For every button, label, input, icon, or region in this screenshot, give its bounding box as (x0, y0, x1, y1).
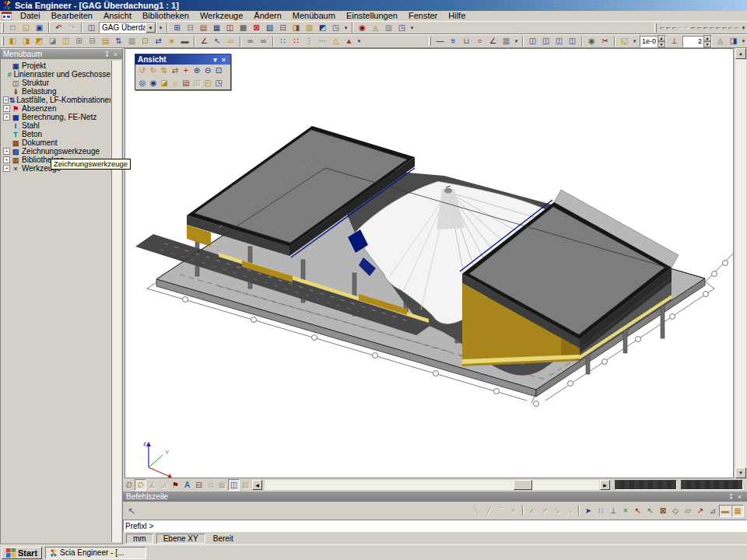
snap-mid-icon[interactable]: ↖ (644, 505, 657, 517)
toolbar-grip[interactable] (654, 23, 657, 33)
column-icon[interactable]: ⊞ (72, 36, 86, 47)
zoom-out-icon[interactable]: ⊖ (202, 65, 213, 76)
view-config-5-icon[interactable]: ⌐ (684, 22, 690, 33)
snap-end-icon[interactable]: ↖ (632, 505, 644, 517)
scale-spinner[interactable]: 1e-0 ▲▼ (640, 36, 666, 47)
menu-item[interactable]: Datei (15, 11, 46, 20)
glasses-1-icon[interactable]: ∞ (244, 36, 257, 47)
snap-ne-icon[interactable]: ↗ (538, 505, 551, 517)
opening-icon[interactable]: ⊡ (139, 36, 152, 47)
project-combobox[interactable]: GAG Überdachung1 ▾ (99, 22, 156, 33)
menu-item[interactable]: Hilfe (443, 11, 471, 20)
scroll-left-icon[interactable]: ◀ (252, 480, 262, 490)
view-config-12-icon[interactable]: ⌐ (728, 22, 734, 33)
view-config-6-icon[interactable]: ⌐ (690, 22, 696, 33)
clipboard-3-icon[interactable]: ◫ (552, 36, 566, 47)
menu-item[interactable]: Bearbeiten (46, 11, 98, 20)
snap-ortho-icon[interactable]: ◇ (669, 505, 682, 517)
line-icon[interactable]: ◨ (19, 36, 33, 47)
star-icon[interactable]: ∗ (165, 36, 178, 47)
ansicht-toolbar[interactable]: Ansicht ▾ × ↺↻⇅⇄+⊕⊖⊡ ◎◉◪☼▤▥◰◳ (135, 54, 231, 90)
taskbar-task-button[interactable]: Scia Engineer - [... (45, 547, 146, 559)
menu-item[interactable]: Menübaum (287, 11, 341, 20)
paste-view-icon[interactable]: ▥ (191, 78, 202, 89)
rotate-right-icon[interactable]: ↻ (148, 65, 159, 76)
scrollbar-thumb[interactable] (514, 480, 532, 490)
snap-peak-icon[interactable]: ∧ (526, 505, 538, 517)
snap-curve-icon[interactable]: → (563, 505, 576, 517)
dim-grid-icon[interactable]: ▥ (500, 36, 513, 47)
menu-item[interactable]: Fenster (403, 11, 443, 20)
hatch-2-icon[interactable]: ▧ (240, 479, 251, 491)
layers-2-icon[interactable]: ⋯ (316, 36, 329, 47)
doc-icon[interactable]: ◳ (395, 22, 409, 33)
close-icon[interactable]: × (111, 50, 120, 58)
expand-icon[interactable]: + (3, 105, 10, 112)
close-icon[interactable]: × (735, 492, 744, 501)
snap-arc-icon[interactable]: ⌒ (495, 505, 507, 517)
ortho-icon[interactable]: ⊥ (607, 505, 619, 517)
hatch-icon[interactable]: ▩ (237, 22, 250, 33)
activity-2-icon[interactable]: ⊟ (184, 22, 197, 33)
redo-button[interactable]: ↷ (65, 22, 79, 33)
up-icon[interactable]: △ (329, 36, 342, 47)
expand-icon[interactable]: + (3, 156, 10, 163)
close-icon[interactable]: × (219, 55, 228, 64)
vertical-scrollbar[interactable]: ▲ ▼ (735, 48, 746, 478)
rect-icon[interactable]: ◫ (59, 36, 72, 47)
slab-icon[interactable]: ▬ (178, 36, 191, 47)
dim-line-icon[interactable]: — (433, 36, 447, 47)
sidebar-item[interactable]: +▨Zeichnungswerkzeuge (2, 147, 110, 156)
polyline-icon[interactable]: ◩ (33, 36, 46, 47)
toolbar-grip[interactable] (2, 37, 4, 46)
light-icon[interactable]: ☼ (170, 78, 181, 89)
sidebar-item[interactable]: ⇓Belastung (2, 87, 110, 96)
check-icon[interactable]: ◬ (369, 22, 382, 33)
mesh-icon[interactable]: ▦ (210, 22, 223, 33)
new-button[interactable]: □ (6, 22, 19, 33)
render-icon[interactable]: ▧ (263, 22, 276, 33)
plane-cell[interactable]: Ebene XY (156, 534, 205, 544)
expand-icon[interactable]: + (3, 148, 10, 155)
snap-int-icon[interactable]: ⊠ (657, 505, 669, 517)
clip-on-icon[interactable]: ∅ (135, 479, 146, 491)
open-overflow-icon[interactable]: ▾ (631, 36, 638, 47)
snap-grid2-icon[interactable]: ▦ (731, 505, 744, 517)
axis-icon[interactable]: + (181, 65, 191, 76)
command-input[interactable] (123, 520, 747, 532)
chevron-down-icon[interactable]: ▾ (211, 55, 219, 64)
plane-sel-icon[interactable]: ◬ (714, 36, 727, 47)
rotate-free-icon[interactable]: ⇄ (170, 65, 181, 76)
open-view-icon[interactable]: ◱ (618, 36, 631, 47)
units-cell[interactable]: mm (126, 534, 153, 544)
activity-overflow-icon[interactable]: ▾ (342, 22, 349, 33)
sidebar-item[interactable]: ▤Dokument (2, 138, 110, 147)
grid-snap-icon[interactable]: ∷ (594, 505, 607, 517)
view-folder-icon[interactable]: ◪ (159, 78, 170, 89)
menu-item[interactable]: Werkzeuge (195, 11, 248, 20)
dots-icon[interactable]: ∷ (205, 479, 216, 491)
spinner-arrows-icon[interactable]: ▲▼ (703, 35, 711, 47)
view-config-7-icon[interactable]: ⌐ (696, 22, 703, 33)
snap-se-icon[interactable]: ↘ (551, 505, 563, 517)
menu-item[interactable]: Ändern (248, 11, 286, 20)
output-overflow-icon[interactable]: ▾ (409, 22, 416, 33)
clipboard-2-icon[interactable]: ◫ (539, 36, 552, 47)
command-line-header[interactable]: Befehlszeile ↧ × (123, 492, 747, 502)
scroll-right-icon[interactable]: ▶ (600, 480, 610, 490)
sidebar-scrollbar[interactable] (111, 61, 121, 542)
shell-icon[interactable]: ▥ (125, 36, 139, 47)
plate-icon[interactable]: ▤ (99, 36, 112, 47)
expand-icon[interactable]: + (3, 114, 10, 121)
select-overflow-icon[interactable]: ▾ (356, 36, 363, 47)
copy-view-icon[interactable]: ▤ (181, 78, 191, 89)
preview-icon[interactable]: ◨ (289, 22, 303, 33)
snap-line-icon[interactable]: ╲ (470, 505, 482, 517)
zoom-window-icon[interactable]: ⊡ (213, 65, 224, 76)
refresh-icon[interactable]: ◨ (727, 36, 740, 47)
project-window-button[interactable]: ◫ (85, 22, 98, 33)
plane-icon[interactable]: ▱ (224, 36, 237, 47)
sidebar-item[interactable]: IStahl (2, 121, 110, 130)
dim-bracket-icon[interactable]: ⊔ (460, 36, 473, 47)
end-overflow-icon[interactable]: ▾ (740, 36, 747, 47)
